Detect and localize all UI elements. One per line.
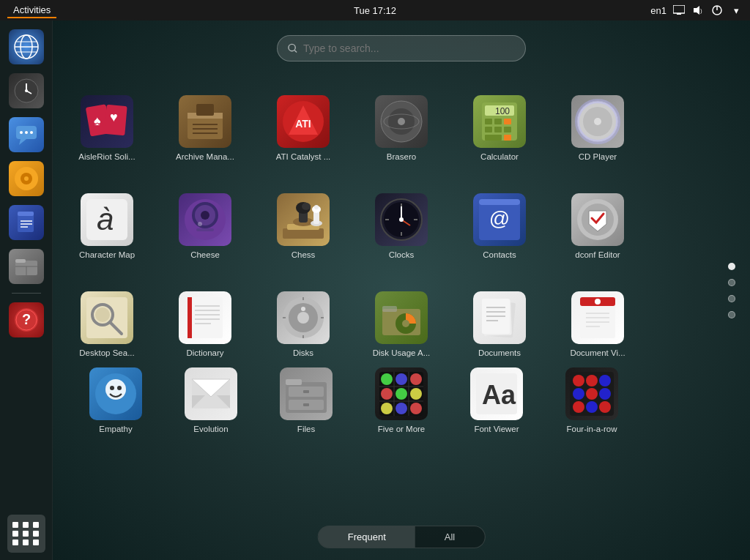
svg-point-169 <box>573 375 584 387</box>
app-item-desktopsearch[interactable]: Desktop Sea... <box>59 269 155 365</box>
app-item-evolution[interactable]: Evolution <box>163 367 259 441</box>
diskusage-icon <box>375 291 428 344</box>
dictionary-label: Dictionary <box>186 348 223 359</box>
svg-text:): ) <box>700 7 702 14</box>
app-item-brasero[interactable]: Brasero <box>354 73 449 168</box>
brasero-icon <box>375 95 428 148</box>
svg-rect-150 <box>303 390 309 393</box>
svg-rect-77 <box>283 228 324 239</box>
language-indicator[interactable]: en1 <box>650 5 667 16</box>
app-item-cdplayer[interactable]: CD Player <box>550 73 645 168</box>
activities-button[interactable]: Activities <box>7 3 56 18</box>
calculator-icon: 100 <box>473 95 526 148</box>
app-item-docviewer[interactable]: Document Vi... <box>550 269 645 365</box>
svg-point-86 <box>314 205 319 209</box>
svg-point-114 <box>297 312 309 324</box>
svg-point-164 <box>396 403 407 414</box>
evolution-icon <box>185 367 237 420</box>
svg-point-35 <box>289 44 295 51</box>
app-item-charmap[interactable]: à Character Map <box>59 171 155 266</box>
archive-label: Archive Mana... <box>176 152 234 163</box>
svg-point-162 <box>410 388 422 400</box>
app-item-ati[interactable]: ATI ATI Catalyst ... <box>256 73 351 168</box>
chess-icon <box>277 193 330 246</box>
menu-arrow-icon[interactable]: ▾ <box>729 4 743 17</box>
app-item-empathy[interactable]: Empathy <box>68 367 163 441</box>
pagination-dot-1[interactable] <box>728 263 735 270</box>
svg-point-158 <box>396 373 407 385</box>
power-icon[interactable] <box>710 4 724 17</box>
tab-frequent[interactable]: Frequent <box>319 526 415 548</box>
search-input[interactable] <box>303 42 515 54</box>
dock-item-browser[interactable] <box>7 28 45 66</box>
app-item-contacts[interactable]: @ Contacts <box>452 171 547 266</box>
svg-point-22 <box>24 176 29 181</box>
pagination-dot-4[interactable] <box>728 311 735 318</box>
fiveormore-icon <box>375 367 428 420</box>
svg-rect-105 <box>188 297 223 338</box>
fiveormore-label: Five or More <box>378 425 426 435</box>
svg-point-115 <box>301 307 305 311</box>
dock-item-writer[interactable] <box>7 204 45 242</box>
svg-rect-57 <box>485 119 492 124</box>
svg-point-163 <box>381 403 393 414</box>
charmap-icon: à <box>81 193 133 246</box>
app-item-fontviewer[interactable]: Aa Font Viewer <box>449 367 544 441</box>
app-item-fourinarow[interactable]: Four-in-a-row <box>544 367 639 441</box>
svg-rect-106 <box>188 297 192 338</box>
dock-item-filemanager[interactable] <box>7 247 45 285</box>
svg-point-19 <box>30 131 33 134</box>
svg-marker-16 <box>19 139 26 145</box>
dock-item-clock[interactable] <box>7 72 45 110</box>
pagination-dot-3[interactable] <box>728 295 735 302</box>
svg-rect-29 <box>15 259 26 263</box>
desktopsearch-icon <box>81 291 133 344</box>
volume-icon[interactable]: ) <box>691 4 705 17</box>
app-item-diskusage[interactable]: Disk Usage A... <box>354 269 449 365</box>
pagination-dot-2[interactable] <box>728 279 735 286</box>
svg-point-18 <box>25 131 28 134</box>
dock-item-chat[interactable] <box>7 116 45 154</box>
app-item-files[interactable]: Files <box>259 367 354 441</box>
search-bar[interactable] <box>277 35 526 61</box>
svg-text:à: à <box>97 202 114 236</box>
svg-point-176 <box>586 401 598 413</box>
app-item-dictionary[interactable]: Dictionary <box>157 269 253 365</box>
app-item-fiveormore[interactable]: Five or More <box>354 367 449 441</box>
svg-text:@: @ <box>489 207 510 230</box>
app-item-calculator[interactable]: 100 Calculator <box>452 73 547 168</box>
app-item-cheese[interactable]: Cheese <box>157 171 253 266</box>
screen-icon[interactable] <box>672 4 686 17</box>
archive-icon <box>179 95 231 148</box>
svg-point-165 <box>410 403 422 414</box>
tab-all[interactable]: All <box>415 526 484 548</box>
dconf-icon <box>571 193 624 246</box>
svg-point-82 <box>302 203 311 210</box>
app-item-aisleriot[interactable]: ♠ ♥ AisleRiot Soli... <box>59 73 155 168</box>
app-item-archive[interactable]: Archive Mana... <box>157 73 253 168</box>
app-item-clocks[interactable]: Clocks <box>354 171 449 266</box>
dock-item-appgrid[interactable] <box>7 515 45 553</box>
app-item-dconf[interactable]: dconf Editor <box>550 171 645 266</box>
app-item-documents[interactable]: Documents <box>452 269 547 365</box>
app-item-disks[interactable]: Disks <box>256 269 351 365</box>
dock-item-help[interactable]: ? <box>7 301 45 339</box>
charmap-label: Character Map <box>79 250 135 261</box>
svg-point-123 <box>402 320 409 327</box>
svg-rect-62 <box>504 127 511 132</box>
documents-label: Documents <box>478 348 521 359</box>
svg-rect-58 <box>494 119 502 124</box>
files-icon <box>280 367 333 420</box>
dock-item-audio[interactable] <box>7 160 45 198</box>
app-item-chess[interactable]: Chess <box>256 171 351 266</box>
ati-label: ATI Catalyst ... <box>276 152 331 163</box>
filemanager-icon <box>9 249 44 284</box>
search-icon <box>288 43 297 53</box>
empathy-icon <box>89 367 142 420</box>
svg-rect-1 <box>677 13 681 15</box>
topbar-left: Activities <box>7 3 56 18</box>
svg-rect-63 <box>485 135 502 141</box>
cheese-icon <box>179 193 231 246</box>
svg-point-140 <box>110 386 114 390</box>
topbar: Activities Tue 17:12 en1 ) ▾ <box>0 0 750 20</box>
